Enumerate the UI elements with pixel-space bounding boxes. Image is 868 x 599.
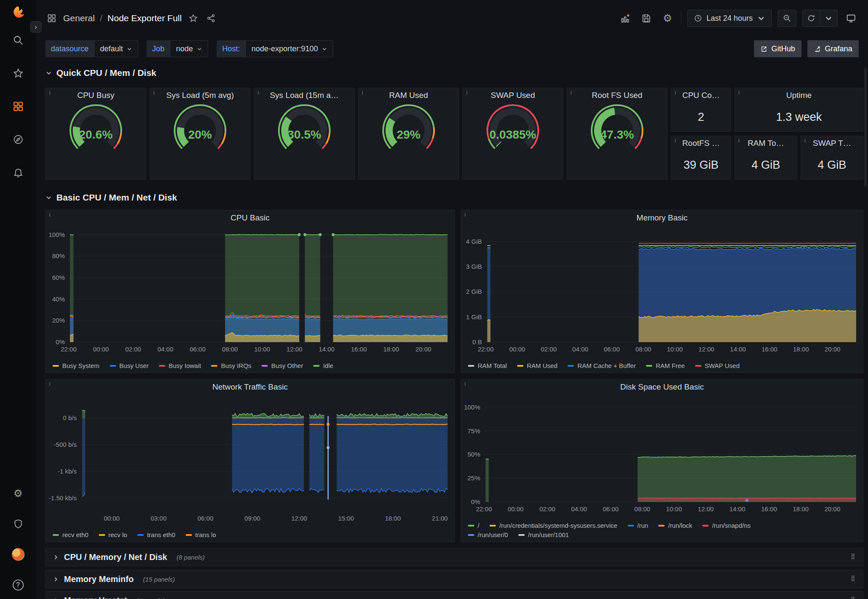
panel-title[interactable]: Sys Load (15m a… [254, 88, 354, 103]
legend-item[interactable]: Busy IRQs [211, 362, 251, 369]
add-panel-button[interactable] [618, 11, 633, 26]
panel-info-icon[interactable]: i [465, 381, 466, 387]
legend-item[interactable]: SWAP Used [695, 362, 740, 369]
panel-info-icon[interactable]: i [153, 89, 155, 96]
legend-item[interactable]: recv lo [99, 531, 127, 538]
panel-info-icon[interactable]: i [738, 137, 740, 144]
legend-item[interactable]: RAM Free [646, 362, 684, 369]
legend-item[interactable]: /run/lock [658, 522, 692, 529]
explore-button[interactable] [11, 132, 25, 147]
panel-info-icon[interactable]: i [738, 89, 740, 96]
svg-text:16:00: 16:00 [762, 345, 778, 353]
chevron-down-icon [45, 70, 52, 76]
help-button[interactable]: ? [11, 578, 25, 592]
server-admin-button[interactable]: ⚙ [11, 486, 25, 501]
scrollbar[interactable] [864, 68, 867, 187]
gauge-value: 0.0385% [463, 128, 563, 142]
panel-info-icon[interactable]: i [804, 137, 806, 144]
memory-basic-chart[interactable]: 0 B1 GiB2 GiB3 GiB4 GiB22:0000:0002:0004… [462, 226, 860, 355]
legend-item[interactable]: RAM Used [517, 362, 558, 369]
legend-item[interactable]: recv eth0 [53, 531, 89, 538]
panel-info-icon[interactable]: i [675, 89, 676, 96]
breadcrumb-folder[interactable]: General [63, 13, 95, 23]
panel-title[interactable]: SWAP Used [463, 88, 563, 103]
row-drag-handle[interactable] [850, 596, 856, 599]
chevron-right-icon [53, 597, 59, 599]
share-dashboard-button[interactable] [205, 12, 217, 25]
panel-info-icon[interactable]: i [362, 89, 363, 96]
cycle-view-button[interactable] [843, 11, 859, 26]
legend-item[interactable]: Busy Other [262, 362, 303, 369]
panel-info-icon[interactable]: i [49, 89, 50, 96]
section-quick-cpu-mem-disk[interactable]: Quick CPU / Mem / Disk [45, 64, 156, 81]
dashboard-settings-button[interactable]: ⚙ [660, 11, 675, 26]
panel-info-icon[interactable]: i [466, 89, 467, 96]
admin-button[interactable] [11, 517, 25, 531]
panel-title[interactable]: CPU Basic [46, 210, 454, 226]
legend-item[interactable]: trans eth0 [137, 531, 175, 538]
panel-title[interactable]: Disk Space Used Basic [461, 379, 863, 395]
legend-item[interactable]: RAM Total [468, 362, 507, 369]
panel-info-icon[interactable]: i [49, 381, 50, 387]
panel-info-icon[interactable]: i [675, 137, 676, 144]
legend-item[interactable]: /run/user/0 [468, 531, 508, 538]
panel-title[interactable]: Memory Basic [461, 210, 863, 226]
legend-item[interactable]: / [468, 522, 479, 529]
refresh-button[interactable] [803, 10, 820, 26]
panel-title[interactable]: RAM Used [359, 88, 459, 103]
cpu-basic-chart[interactable]: 0%20%40%60%80%100%22:0000:0002:0004:0006… [47, 226, 452, 355]
github-link-button[interactable]: GitHub [754, 40, 801, 57]
disk-space-chart[interactable]: 0%25%50%75%100%22:0000:0002:0004:0006:00… [462, 395, 860, 515]
panel-title[interactable]: CPU Co… [671, 88, 731, 103]
panel-title[interactable]: Network Traffic Basic [46, 379, 454, 395]
legend-item[interactable]: /run [628, 522, 648, 529]
panel-info-icon[interactable]: i [258, 89, 259, 96]
dashboards-button[interactable] [11, 99, 25, 114]
panel-title[interactable]: SWAP T… [801, 136, 863, 150]
panel-title[interactable]: RootFS … [671, 136, 731, 150]
refresh-interval-button[interactable] [820, 10, 837, 26]
svg-text:12:00: 12:00 [698, 505, 714, 513]
legend-item[interactable]: /run/credentials/systemd-sysusers.servic… [490, 522, 617, 529]
alerting-button[interactable] [11, 165, 25, 180]
legend-item[interactable]: RAM Cache + Buffer [568, 362, 636, 369]
panel-title[interactable]: Sys Load (5m avg) [150, 88, 250, 103]
legend-item[interactable]: trans lo [186, 531, 216, 538]
panel-info-icon[interactable]: i [570, 89, 572, 96]
panel-title[interactable]: Root FS Used [567, 88, 667, 103]
panel-info-icon[interactable]: i [465, 212, 466, 218]
dashboard-title[interactable]: Node Exporter Full [108, 13, 182, 23]
favorite-star-button[interactable] [187, 12, 200, 25]
legend-item[interactable]: /run/user/1001 [518, 531, 569, 538]
row-cpu-memory-net-disk[interactable]: CPU / Memory / Net / Disk (8 panels) [45, 548, 863, 566]
zoom-out-button[interactable] [778, 10, 796, 27]
panel-title[interactable]: Uptime [735, 88, 863, 103]
row-drag-handle[interactable] [850, 553, 856, 561]
legend-item[interactable]: Busy Iowait [159, 362, 201, 369]
save-dashboard-button[interactable] [639, 11, 654, 26]
sidebar-expand-button[interactable]: › [30, 21, 42, 33]
legend-item[interactable]: Busy System [53, 362, 100, 369]
gauge-value: 20.6% [46, 128, 146, 142]
network-traffic-chart[interactable]: 0 b/s-500 b/s-1 kb/s-1.50 kb/s00:0003:00… [47, 395, 452, 524]
grafana-logo[interactable] [11, 5, 25, 20]
row-memory-meminfo[interactable]: Memory Meminfo (15 panels) [45, 570, 863, 588]
section-basic-cpu-mem-net-disk[interactable]: Basic CPU / Mem / Net / Disk [45, 189, 177, 206]
legend-item[interactable]: /run/snapd/ns [702, 522, 751, 529]
row-memory-vmstat[interactable]: Memory Vmstat (4 panels) [45, 591, 863, 599]
time-range-picker[interactable]: Last 24 hours [687, 10, 772, 27]
legend-item[interactable]: Busy User [110, 362, 149, 369]
panel-title[interactable]: RAM To… [735, 136, 797, 150]
row-drag-handle[interactable] [850, 575, 856, 583]
refresh-group [802, 10, 837, 27]
search-button[interactable] [11, 33, 25, 47]
variable-value-dropdown[interactable]: node [170, 40, 208, 57]
panel-title[interactable]: CPU Busy [46, 88, 146, 103]
variable-value-dropdown[interactable]: node-exporter:9100 [245, 40, 333, 57]
legend-item[interactable]: Idle [313, 362, 333, 369]
grafana-link-button[interactable]: Grafana [807, 40, 859, 57]
profile-button[interactable] [11, 547, 25, 562]
panel-info-icon[interactable]: i [49, 212, 50, 218]
starred-button[interactable] [11, 66, 25, 81]
variable-value-dropdown[interactable]: default [94, 40, 138, 57]
